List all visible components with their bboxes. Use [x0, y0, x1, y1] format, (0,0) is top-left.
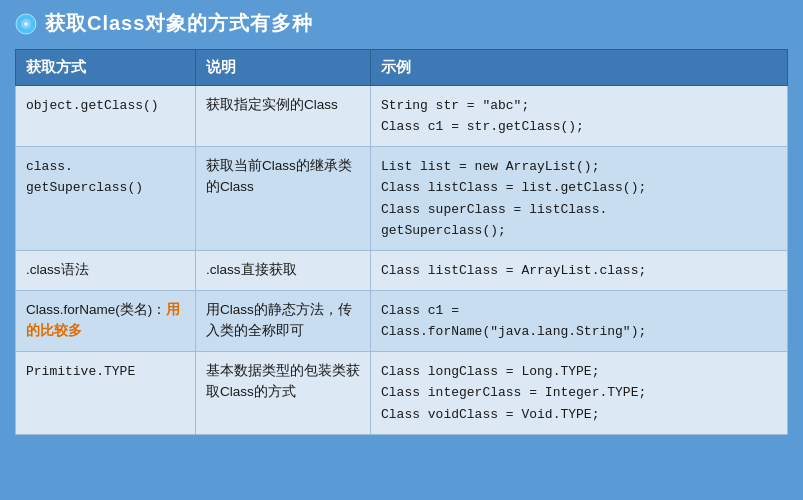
desc-cell: 用Class的静态方法，传入类的全称即可 — [196, 290, 371, 351]
desc-cell: 基本数据类型的包装类获取Class的方式 — [196, 352, 371, 434]
example-text: List list = new ArrayList();Class listCl… — [381, 159, 646, 237]
example-text: Class longClass = Long.TYPE;Class intege… — [381, 364, 646, 421]
desc-text: 用Class的静态方法，传入类的全称即可 — [206, 302, 352, 338]
example-cell: List list = new ArrayList();Class listCl… — [371, 147, 788, 251]
svg-point-2 — [24, 22, 28, 26]
table-row: Class.forName(类名)：用的比较多 用Class的静态方法，传入类的… — [16, 290, 788, 351]
table-row: class.getSuperclass() 获取当前Class的继承类的Clas… — [16, 147, 788, 251]
method-text: class.getSuperclass() — [26, 159, 143, 195]
desc-cell: 获取当前Class的继承类的Class — [196, 147, 371, 251]
example-text: Class listClass = ArrayList.class; — [381, 263, 646, 278]
desc-text: .class直接获取 — [206, 262, 297, 277]
desc-cell: .class直接获取 — [196, 250, 371, 290]
desc-text: 获取当前Class的继承类的Class — [206, 158, 352, 194]
method-cell: class.getSuperclass() — [16, 147, 196, 251]
table-row: object.getClass() 获取指定实例的Class String st… — [16, 86, 788, 147]
method-cell: Primitive.TYPE — [16, 352, 196, 434]
example-cell: Class longClass = Long.TYPE;Class intege… — [371, 352, 788, 434]
header-example: 示例 — [371, 50, 788, 86]
method-text: Primitive.TYPE — [26, 364, 135, 379]
desc-text: 基本数据类型的包装类获取Class的方式 — [206, 363, 360, 399]
example-text: String str = "abc";Class c1 = str.getCla… — [381, 98, 584, 134]
page-container: 获取Class对象的方式有多种 获取方式 说明 示例 object.getCla… — [0, 0, 803, 500]
method-text: .class语法 — [26, 262, 89, 277]
desc-text: 获取指定实例的Class — [206, 97, 338, 112]
title-icon — [15, 13, 37, 35]
header-method: 获取方式 — [16, 50, 196, 86]
method-cell: .class语法 — [16, 250, 196, 290]
example-cell: Class c1 =Class.forName("java.lang.Strin… — [371, 290, 788, 351]
example-text: Class c1 =Class.forName("java.lang.Strin… — [381, 303, 646, 339]
method-cell: object.getClass() — [16, 86, 196, 147]
desc-cell: 获取指定实例的Class — [196, 86, 371, 147]
example-cell: Class listClass = ArrayList.class; — [371, 250, 788, 290]
method-text: object.getClass() — [26, 98, 159, 113]
method-highlight: 用的比较多 — [26, 302, 180, 338]
example-cell: String str = "abc";Class c1 = str.getCla… — [371, 86, 788, 147]
header-desc: 说明 — [196, 50, 371, 86]
method-cell: Class.forName(类名)：用的比较多 — [16, 290, 196, 351]
page-title: 获取Class对象的方式有多种 — [45, 10, 313, 37]
table-row: .class语法 .class直接获取 Class listClass = Ar… — [16, 250, 788, 290]
title-row: 获取Class对象的方式有多种 — [15, 10, 788, 37]
table-header-row: 获取方式 说明 示例 — [16, 50, 788, 86]
table-row: Primitive.TYPE 基本数据类型的包装类获取Class的方式 Clas… — [16, 352, 788, 434]
main-table: 获取方式 说明 示例 object.getClass() 获取指定实例的Clas… — [15, 49, 788, 435]
method-text-before: Class.forName(类名)：用的比较多 — [26, 302, 180, 338]
